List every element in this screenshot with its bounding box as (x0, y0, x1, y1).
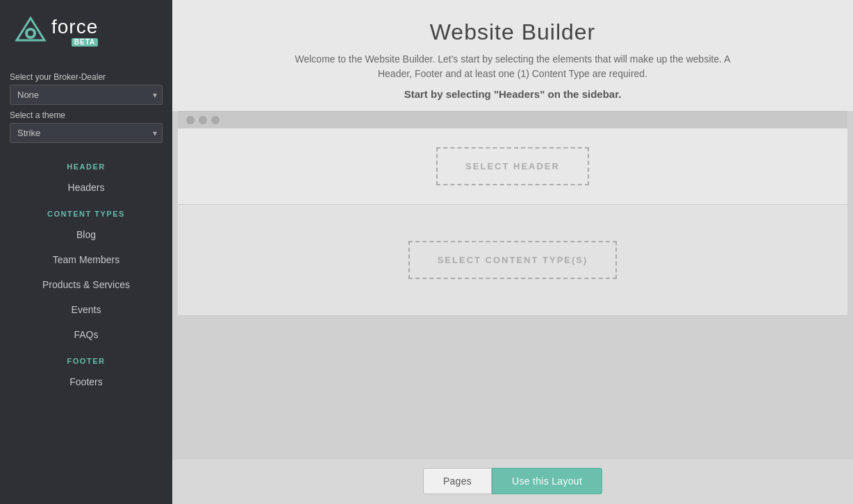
broker-dealer-select[interactable]: None (10, 85, 163, 105)
sidebar: force BETA Select your Broker-Dealer Non… (0, 0, 172, 504)
sidebar-item-team-members[interactable]: Team Members (0, 247, 172, 272)
broker-dealer-select-wrap: None (10, 85, 163, 105)
sidebar-item-footers[interactable]: Footers (0, 369, 172, 394)
logo-badge: BETA (72, 38, 98, 47)
page-title: Website Builder (186, 19, 839, 45)
builder-area: SELECT HEADER SELECT CONTENT TYPE(S) (172, 111, 853, 460)
footer-section-title: FOOTER (0, 347, 172, 369)
page-cta: Start by selecting "Headers" on the side… (186, 88, 839, 100)
svg-point-2 (28, 31, 33, 36)
logo-icon (14, 15, 47, 49)
sidebar-item-headers[interactable]: Headers (0, 175, 172, 200)
header-section-title: HEADER (0, 153, 172, 175)
sidebar-section-footer: FOOTER Footers (0, 347, 172, 394)
header-zone[interactable]: SELECT HEADER (178, 128, 847, 205)
main-layout: force BETA Select your Broker-Dealer Non… (0, 0, 853, 504)
main-content: Website Builder Welcome to the Website B… (172, 0, 853, 504)
logo-area: force BETA (0, 0, 172, 61)
page-subtitle: Welcome to the Website Builder. Let's st… (290, 52, 735, 81)
sidebar-item-products-services[interactable]: Products & Services (0, 272, 172, 297)
pages-button[interactable]: Pages (423, 468, 492, 494)
sidebar-section-content-types: CONTENT TYPES Blog Team Members Products… (0, 200, 172, 347)
sidebar-item-blog[interactable]: Blog (0, 222, 172, 247)
content-placeholder: SELECT CONTENT TYPE(S) (408, 241, 618, 279)
browser-dot-1 (186, 116, 194, 124)
sidebar-section-header: HEADER Headers (0, 153, 172, 200)
header-placeholder: SELECT HEADER (436, 147, 589, 185)
theme-select-wrap: Strike (10, 123, 163, 143)
theme-label: Select a theme (10, 110, 163, 120)
browser-dot-3 (211, 116, 220, 124)
sidebar-controls: Select your Broker-Dealer None Select a … (0, 61, 172, 153)
page-header: Website Builder Welcome to the Website B… (172, 0, 853, 111)
browser-dot-2 (199, 116, 207, 124)
builder-preview: SELECT HEADER SELECT CONTENT TYPE(S) (178, 111, 847, 316)
bottom-bar: Pages Use this Layout (172, 460, 853, 504)
content-zone[interactable]: SELECT CONTENT TYPE(S) (178, 205, 847, 316)
content-types-section-title: CONTENT TYPES (0, 200, 172, 222)
theme-select[interactable]: Strike (10, 123, 163, 143)
browser-chrome (178, 111, 847, 128)
logo-name: force (51, 17, 98, 37)
sidebar-item-faqs[interactable]: FAQs (0, 322, 172, 347)
use-layout-button[interactable]: Use this Layout (492, 468, 602, 494)
logo-text: force BETA (51, 17, 98, 47)
broker-dealer-label: Select your Broker-Dealer (10, 72, 163, 82)
sidebar-item-events[interactable]: Events (0, 297, 172, 322)
